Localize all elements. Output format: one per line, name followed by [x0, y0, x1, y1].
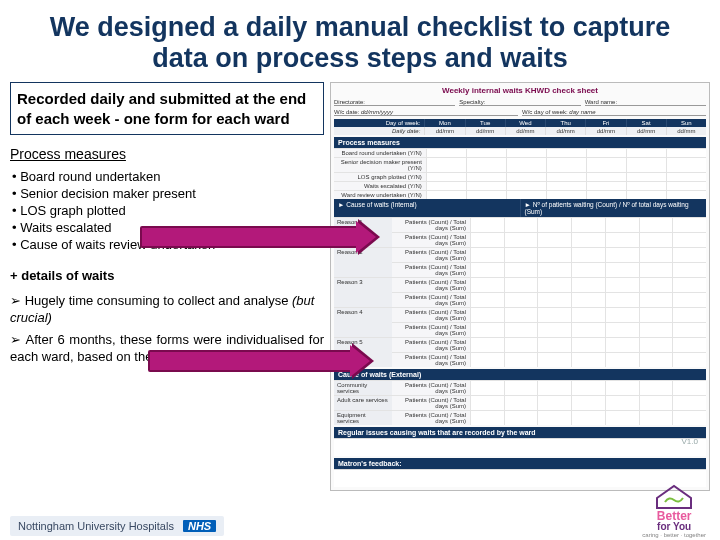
day-cell: Tue	[465, 119, 505, 127]
callout-arrow-icon	[140, 226, 360, 248]
list-item: LOS graph plotted	[12, 203, 324, 220]
check-sheet-thumbnail: Weekly internal waits KHWD check sheet D…	[330, 82, 710, 491]
day-cell: Mon	[424, 119, 464, 127]
reason-group: Reason 4Patients (Count) / Total days (S…	[334, 307, 706, 337]
logo-tagline: caring · better · together	[642, 532, 706, 538]
matron-feedback-bar: Matron's feedback:	[334, 458, 706, 469]
better-for-you-logo: Better for You caring · better · togethe…	[642, 484, 706, 538]
nhs-logo: NHS	[183, 520, 216, 532]
table-row: LOS graph plotted (Y/N)	[334, 172, 706, 181]
list-item: Board round undertaken	[12, 169, 324, 186]
reason-group: Adult care servicesPatients (Count) / To…	[334, 395, 706, 410]
intro-box: Recorded daily and submitted at the end …	[10, 82, 324, 135]
day-cell: Sun	[666, 119, 706, 127]
sheet-header-row: Directorate: Specialty: Ward name:	[334, 99, 706, 106]
reason-group: Reason 3Patients (Count) / Total days (S…	[334, 277, 706, 307]
reason-group: Equipment servicesPatients (Count) / Tot…	[334, 410, 706, 425]
slide-title: We designed a daily manual checklist to …	[0, 0, 720, 82]
regular-issues-box	[334, 438, 706, 456]
reason-group: Reason 1Patients (Count) / Total days (S…	[334, 217, 706, 247]
field-specialty: Specialty:	[459, 99, 580, 106]
reason-group: Community servicesPatients (Count) / Tot…	[334, 380, 706, 395]
daily-date-label: Daily date:	[334, 127, 424, 135]
days-header: Day of week: Mon Tue Wed Thu Fri Sat Sun	[334, 119, 706, 127]
date-cell: dd/mm	[545, 127, 585, 135]
table-row: Ward review undertaken (Y/N)	[334, 190, 706, 199]
date-cell: dd/mm	[505, 127, 545, 135]
left-column: Recorded daily and submitted at the end …	[10, 82, 330, 491]
field-wc-day: W/c day of week: day name	[522, 109, 706, 116]
day-cell: Thu	[545, 119, 585, 127]
table-row: Waits escalated (Y/N)	[334, 181, 706, 190]
day-of-week-label: Day of week:	[334, 119, 424, 127]
arrow-bullet-icon: ➢	[10, 332, 26, 347]
org-name: Nottingham University Hospitals	[18, 520, 174, 532]
house-icon	[653, 484, 695, 510]
arrow-bullet-icon: ➢	[10, 293, 25, 308]
count-sum-label: ► Nº of patients waiting (Count) / Nº of…	[521, 199, 707, 217]
right-column: Weekly internal waits KHWD check sheet D…	[330, 82, 710, 491]
callout-arrow-icon	[148, 350, 354, 372]
version-label: V1.0	[682, 437, 698, 446]
note-time-consuming: ➢ Hugely time consuming to collect and a…	[10, 293, 324, 327]
field-wc-date: W/c date: dd/mm/yyyy	[334, 109, 518, 116]
internal-waits-bar: ► Cause of waits (Internal) ► Nº of pati…	[334, 199, 706, 217]
process-measures-heading: Process measures	[10, 145, 324, 163]
sheet-title: Weekly internal waits KHWD check sheet	[334, 86, 706, 95]
reason-group: Reason 5Patients (Count) / Total days (S…	[334, 337, 706, 367]
date-cell: dd/mm	[666, 127, 706, 135]
daily-date-row: Daily date: dd/mm dd/mm dd/mm dd/mm dd/m…	[334, 127, 706, 135]
table-row: Senior decision maker present (Y/N)	[334, 157, 706, 172]
date-cell: dd/mm	[626, 127, 666, 135]
day-cell: Sat	[626, 119, 666, 127]
field-directorate: Directorate:	[334, 99, 455, 106]
regular-issues-bar: Regular issues causing waits that are re…	[334, 427, 706, 438]
details-of-waits: + details of waits	[10, 268, 324, 285]
note-text: Hugely time consuming to collect and ana…	[25, 293, 292, 308]
logo-text: for You	[642, 522, 706, 532]
cause-internal-label: ► Cause of waits (Internal)	[334, 199, 521, 217]
sheet-header-row: W/c date: dd/mm/yyyy W/c day of week: da…	[334, 109, 706, 116]
date-cell: dd/mm	[465, 127, 505, 135]
day-cell: Wed	[505, 119, 545, 127]
org-badge: Nottingham University Hospitals NHS	[10, 516, 224, 536]
footer: Nottingham University Hospitals NHS Bett…	[0, 498, 720, 540]
table-row: Board round undertaken (Y/N)	[334, 148, 706, 157]
reason-group: Reason 2Patients (Count) / Total days (S…	[334, 247, 706, 277]
day-cell: Fri	[585, 119, 625, 127]
date-cell: dd/mm	[424, 127, 464, 135]
list-item: Senior decision maker present	[12, 186, 324, 203]
process-measures-bar: Process measures	[334, 137, 706, 148]
external-waits-bar: Cause of waits (External)	[334, 369, 706, 380]
field-ward: Ward name:	[585, 99, 706, 106]
date-cell: dd/mm	[585, 127, 625, 135]
